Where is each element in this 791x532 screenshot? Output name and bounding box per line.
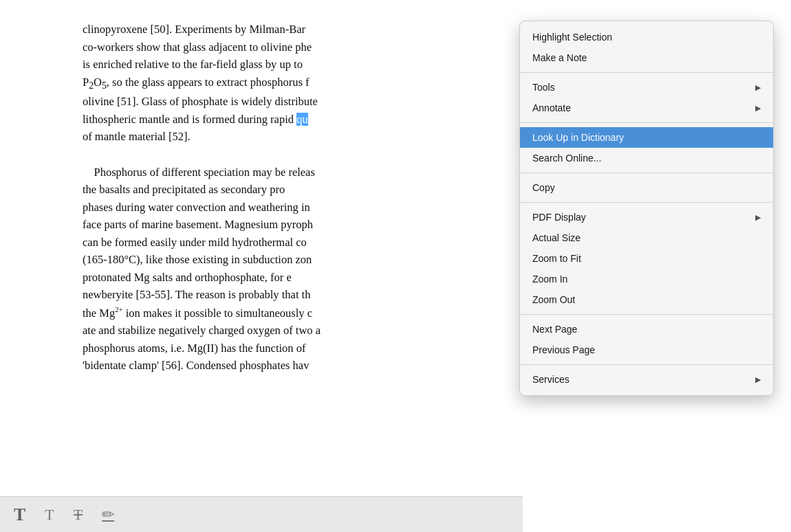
menu-group-2: Tools ▶ Annotate ▶ <box>520 76 773 120</box>
separator-1 <box>520 72 773 73</box>
text-normal-icon[interactable]: T <box>45 506 54 524</box>
menu-item-actual-size[interactable]: Actual Size <box>520 228 773 248</box>
menu-item-zoom-out[interactable]: Zoom Out <box>520 289 773 310</box>
separator-2 <box>520 122 773 123</box>
separator-4 <box>520 202 773 203</box>
highlighted-text: qu <box>296 113 308 126</box>
separator-3 <box>520 173 773 173</box>
text-bold-icon[interactable]: T <box>14 505 25 525</box>
menu-group-6: Next Page Previous Page <box>520 318 773 362</box>
arrow-icon: ▶ <box>755 375 761 384</box>
separator-5 <box>520 314 773 315</box>
menu-item-look-up-dictionary[interactable]: Look Up in Dictionary <box>520 127 773 148</box>
menu-item-annotate[interactable]: Annotate ▶ <box>520 98 773 118</box>
separator-6 <box>520 364 773 365</box>
menu-group-4: Copy <box>520 176 773 199</box>
arrow-icon: ▶ <box>755 104 761 113</box>
text-underline-icon[interactable]: ✏ <box>102 506 114 524</box>
menu-item-services[interactable]: Services ▶ <box>520 369 773 390</box>
bottom-toolbar: T T T ✏ <box>0 496 523 532</box>
context-menu: Highlight Selection Make a Note Tools ▶ … <box>519 21 774 396</box>
menu-item-pdf-display[interactable]: PDF Display ▶ <box>520 207 773 228</box>
arrow-icon: ▶ <box>755 83 761 92</box>
menu-group-5: PDF Display ▶ Actual Size Zoom to Fit Zo… <box>520 206 773 311</box>
menu-group-7: Services ▶ <box>520 368 773 391</box>
menu-group-1: Highlight Selection Make a Note <box>520 25 773 69</box>
menu-item-previous-page[interactable]: Previous Page <box>520 340 773 360</box>
menu-item-zoom-in[interactable]: Zoom In <box>520 269 773 289</box>
menu-item-tools[interactable]: Tools ▶ <box>520 77 773 98</box>
text-strikethrough-icon[interactable]: T <box>74 506 83 524</box>
arrow-icon: ▶ <box>755 213 761 222</box>
menu-item-zoom-to-fit[interactable]: Zoom to Fit <box>520 248 773 269</box>
menu-item-next-page[interactable]: Next Page <box>520 319 773 340</box>
menu-item-highlight-selection[interactable]: Highlight Selection <box>520 27 773 47</box>
menu-item-copy[interactable]: Copy <box>520 177 773 198</box>
menu-item-make-a-note[interactable]: Make a Note <box>520 47 773 68</box>
menu-group-3: Look Up in Dictionary Search Online... <box>520 126 773 170</box>
menu-item-search-online[interactable]: Search Online... <box>520 148 773 168</box>
